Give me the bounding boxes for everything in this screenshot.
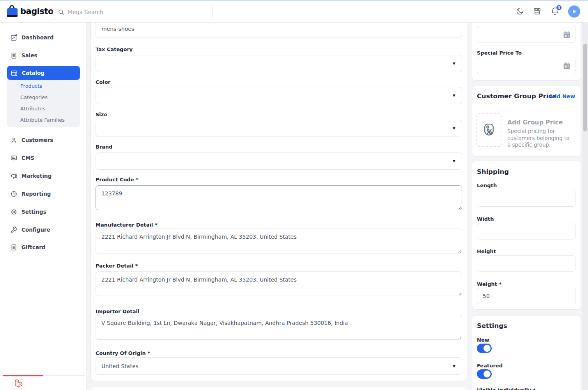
importer-detail-label: Importer Detail — [96, 308, 140, 314]
group-price-dropzone[interactable] — [476, 113, 501, 147]
size-select[interactable] — [96, 120, 462, 137]
special-price-to-input[interactable] — [477, 57, 576, 74]
add-group-price-title: Add Group Price — [507, 119, 563, 126]
sidebar-item-sales[interactable]: Sales — [0, 51, 87, 60]
packer-detail-label: Packer Detail * — [96, 263, 138, 269]
sidebar-item-label: Sales — [21, 52, 37, 58]
sidebar-item-categories[interactable]: Categories — [20, 94, 48, 101]
length-input[interactable] — [477, 190, 576, 207]
sidebar-item-label: CMS — [21, 155, 34, 161]
dark-mode-icon[interactable] — [515, 7, 524, 16]
top-header: bagisto 3 E — [0, 0, 588, 23]
customer-group-price-card: Customer Group Price Add New Add Group P… — [472, 86, 581, 157]
bagisto-admin-app: Tax Category Color Size Brand Product Co… — [0, 0, 588, 390]
next-section-card — [90, 386, 467, 390]
sidebar-item-reporting[interactable]: Reporting — [0, 189, 87, 199]
sidebar-item-attributes[interactable]: Attributes — [20, 106, 45, 113]
width-input[interactable] — [477, 223, 576, 239]
brand-select[interactable] — [96, 152, 462, 170]
cms-icon — [10, 154, 18, 162]
sidebar-item-label: Configure — [21, 227, 50, 233]
importer-detail-textarea[interactable]: V Square Building, 1st Ln, Dwaraka Nagar… — [96, 315, 462, 340]
laravel-logo-icon[interactable] — [14, 378, 24, 388]
wrench-icon — [10, 226, 18, 234]
manufacturer-detail-label: Manufacturer Detail * — [96, 222, 158, 228]
sidebar-item-configure[interactable]: Configure — [0, 225, 87, 234]
add-new-link[interactable]: Add New — [549, 93, 575, 99]
tax-category-select[interactable] — [96, 55, 462, 72]
special-price-from-input[interactable] — [477, 26, 576, 43]
notification-bell-icon[interactable]: 3 — [551, 7, 559, 16]
customer-group-price-heading: Customer Group Price — [477, 92, 556, 100]
sidebar-item-giftcard[interactable]: Giftcard — [0, 243, 87, 252]
size-label: Size — [96, 112, 107, 117]
weight-label: Weight * — [477, 281, 501, 287]
catalog-submenu: Products Categories Attributes Attribute… — [7, 80, 80, 127]
brand-label: Brand — [96, 144, 113, 150]
new-toggle[interactable] — [477, 344, 492, 353]
marketing-icon — [10, 172, 18, 180]
country-of-origin-select[interactable]: United States — [96, 357, 462, 375]
sidebar-item-label: Marketing — [21, 173, 51, 179]
sidebar-item-label: Customers — [21, 137, 53, 143]
customers-icon — [10, 136, 18, 144]
url-key-input[interactable] — [96, 20, 462, 37]
featured-label: Featured — [477, 363, 503, 369]
tax-category-label: Tax Category — [96, 46, 133, 52]
sidebar-item-attribute-families[interactable]: Attribute Families — [20, 117, 65, 124]
length-label: Length — [477, 183, 497, 188]
window-top-edge — [0, 0, 588, 1]
new-label: New — [477, 337, 489, 343]
scrollbar-thumb[interactable] — [583, 44, 587, 131]
calendar-icon[interactable] — [563, 62, 571, 70]
user-avatar[interactable]: E — [568, 5, 580, 18]
settings-card: Settings New Featured Visible Individual… — [472, 315, 581, 390]
sales-icon — [10, 52, 18, 59]
sidebar-item-customers[interactable]: Customers — [0, 135, 87, 145]
sidebar-item-label: Giftcard — [21, 244, 45, 250]
sidebar-item-dashboard[interactable]: Dashboard — [0, 33, 87, 42]
laravel-debugbar — [0, 375, 85, 390]
giftcard-icon — [10, 244, 18, 251]
color-select[interactable] — [96, 87, 462, 104]
sidebar-item-cms[interactable]: CMS — [0, 153, 87, 163]
debugbar-accent-line — [3, 375, 43, 376]
sidebar-item-label: Dashboard — [21, 34, 53, 41]
product-general-card: Tax Category Color Size Brand Product Co… — [90, 14, 467, 381]
width-label: Width — [477, 216, 494, 222]
settings-heading: Settings — [477, 322, 507, 330]
manufacturer-detail-textarea[interactable]: 2221 Richard Arrington Jr Blvd N, Birmin… — [96, 229, 462, 254]
packer-detail-textarea[interactable]: 2221 Richard Arrington Jr Blvd N, Birmin… — [96, 271, 462, 296]
dashboard-icon — [10, 34, 18, 41]
calendar-icon[interactable] — [563, 30, 571, 39]
sidebar: Dashboard Sales Catalog Products Categor… — [0, 23, 87, 390]
height-label: Height — [477, 248, 496, 254]
sidebar-item-products[interactable]: Products — [20, 83, 42, 90]
storefront-icon[interactable] — [533, 7, 542, 16]
country-of-origin-value: United States — [101, 363, 138, 369]
product-code-label: Product Code * — [96, 177, 138, 183]
logo-text: bagisto — [20, 7, 53, 16]
product-code-textarea[interactable]: 123789 — [96, 185, 462, 210]
bagisto-logo[interactable]: bagisto — [7, 4, 53, 18]
sidebar-item-label: Catalog — [22, 70, 44, 76]
shipping-card: Shipping Length Width Height Weight * — [472, 161, 581, 310]
add-group-price-description: Special pricing for customers belonging … — [507, 128, 574, 149]
reporting-icon — [10, 190, 18, 198]
shopping-bag-icon — [7, 4, 18, 18]
toggle-knob — [484, 345, 491, 352]
scrollbar-track[interactable] — [582, 23, 588, 390]
price-tag-icon — [482, 122, 496, 138]
search-input[interactable] — [68, 9, 207, 15]
sidebar-item-marketing[interactable]: Marketing — [0, 171, 87, 181]
sidebar-item-settings[interactable]: Settings — [0, 207, 87, 216]
country-of-origin-label: Country Of Origin * — [96, 350, 150, 356]
featured-toggle[interactable] — [477, 369, 492, 379]
mega-search-box[interactable] — [53, 5, 213, 19]
height-input[interactable] — [477, 255, 576, 272]
color-label: Color — [96, 79, 110, 85]
catalog-icon — [11, 69, 18, 77]
visible-individually-label: Visible Individually * — [477, 387, 535, 390]
weight-input[interactable] — [477, 288, 576, 304]
sidebar-item-catalog[interactable]: Catalog — [7, 66, 80, 80]
